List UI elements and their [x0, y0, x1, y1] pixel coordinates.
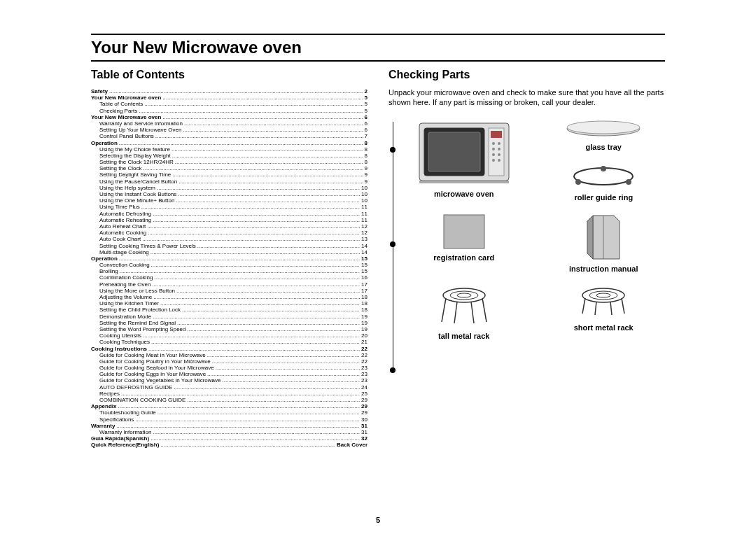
toc-entry-title: Setting Cooking Times & Power Levels — [99, 243, 196, 249]
toc-leader-dots — [153, 314, 360, 320]
toc-entry-title: Setting the Word Prompting Speed — [99, 326, 186, 332]
svg-rect-2 — [428, 132, 480, 171]
toc-entry: Troubleshooting Guide 29 — [91, 409, 368, 416]
toc-leader-dots — [147, 223, 360, 230]
parts-guide-line — [388, 119, 402, 340]
toc-entry-title: Selecting the Display Weight — [99, 153, 171, 159]
toc-entry: Setting the Word Prompting Speed 19 — [91, 326, 368, 332]
toc-entry: AUTO DEFROSTING GUIDE 24 — [91, 384, 368, 391]
page-number: 5 — [376, 516, 380, 524]
toc-entry-title: Recipes — [99, 391, 120, 397]
toc-entry-page: 15 — [361, 268, 368, 274]
toc-entry-title: Demonstration Mode — [99, 314, 151, 320]
toc-leader-dots — [207, 352, 360, 358]
toc-leader-dots — [175, 159, 363, 165]
toc-entry-title: Quick Reference(English) — [91, 442, 159, 448]
toc-entry-page: 32 — [361, 435, 368, 442]
svg-point-24 — [443, 288, 485, 302]
svg-point-7 — [492, 148, 495, 150]
toc-leader-dots — [150, 435, 360, 442]
toc-entry-page: 29 — [361, 409, 368, 416]
part-microwave-oven: microwave oven — [402, 119, 526, 202]
toc-leader-dots — [152, 281, 360, 288]
toc-entry-page: 30 — [361, 416, 368, 423]
toc-entry: Convection Cooking 15 — [91, 262, 368, 268]
toc-entry-page: 18 — [361, 294, 368, 300]
toc-leader-dots — [118, 403, 360, 409]
toc-entry: Guide for Cooking Eggs in Your Microwave… — [91, 371, 368, 377]
toc-entry: Preheating the Oven 17 — [91, 281, 368, 288]
toc-entry: Selecting the Display Weight 8 — [91, 153, 368, 159]
toc-entry: Setting Daylight Saving Time 9 — [91, 171, 368, 178]
svg-line-36 — [595, 302, 596, 315]
toc-entry-title: Setting the Child Protection Lock — [99, 307, 181, 313]
toc-entry-page: 22 — [361, 352, 368, 358]
toc-leader-dots — [157, 185, 360, 191]
toc-leader-dots — [135, 416, 360, 423]
toc-entry-title: Setting the Clock — [99, 165, 141, 171]
toc-entry: Operation 15 — [91, 255, 368, 262]
toc-leader-dots — [119, 255, 360, 262]
toc-entry-title: Multi-stage Cooking — [99, 249, 149, 255]
toc-leader-dots — [116, 423, 360, 429]
toc-entry-page: 23 — [361, 371, 368, 377]
toc-entry-page: 11 — [361, 211, 368, 217]
toc-entry-title: Appendix — [91, 403, 116, 409]
toc-entry-title: Broiling — [99, 268, 118, 274]
toc-entry-page: 11 — [361, 217, 368, 223]
toc-leader-dots — [178, 191, 360, 197]
toc-leader-dots — [153, 217, 360, 223]
toc-entry-page: 2 — [365, 88, 368, 94]
toc-entry-page: 6 — [365, 114, 368, 120]
toc-entry-page: 6 — [365, 120, 368, 127]
parts-area: microwave oven glass tray — [388, 119, 665, 340]
toc-leader-dots — [187, 397, 360, 403]
toc-entry-page: 16 — [361, 274, 368, 281]
svg-point-33 — [596, 293, 610, 297]
toc-entry-page: 14 — [361, 243, 368, 249]
svg-point-25 — [450, 291, 478, 300]
left-column: Table of Contents Safety 2Your New Micro… — [91, 69, 368, 449]
toc-leader-dots — [207, 371, 360, 377]
toc-leader-dots — [119, 140, 363, 146]
toc-entry: Adjusting the Volume 18 — [91, 294, 368, 300]
toc-entry: Setting the Remind End Signal 19 — [91, 320, 368, 326]
toc-entry-page: 31 — [361, 423, 368, 429]
svg-line-35 — [622, 298, 624, 314]
toc-entry: Cooking Utensils 20 — [91, 332, 368, 339]
toc-entry-title: Guide for Cooking Meat in Your Microwave — [99, 352, 206, 358]
svg-point-17 — [575, 179, 581, 185]
toc-entry-page: 14 — [361, 249, 368, 255]
toc-leader-dots — [172, 153, 363, 159]
toc-leader-dots — [144, 101, 363, 107]
toc-entry-title: Warranty and Service Information — [99, 120, 183, 127]
toc-entry-title: Using the Pause/Cancel Button — [99, 178, 177, 185]
toc-entry-page: 21 — [361, 339, 368, 345]
microwave-icon — [419, 122, 510, 185]
toc-leader-dots — [197, 243, 360, 249]
toc-entry-title: Setting Daylight Saving Time — [99, 171, 171, 178]
toc-entry-title: Checking Parts — [99, 108, 137, 114]
toc-entry: COMBINATION COOKING GUIDE 29 — [91, 397, 368, 403]
right-column: Checking Parts Unpack your microwave ove… — [388, 69, 665, 449]
svg-marker-22 — [587, 216, 593, 259]
toc-leader-dots — [143, 165, 363, 171]
toc-entry-page: 25 — [361, 391, 368, 397]
toc-entry-page: 22 — [361, 346, 368, 352]
toc-leader-dots — [158, 409, 360, 416]
svg-point-32 — [589, 291, 617, 300]
toc-entry-title: Guide for Cooking Eggs in Your Microwave — [99, 371, 206, 377]
toc-entry-page: 5 — [365, 101, 368, 107]
toc-entry-title: Automatic Reheating — [99, 217, 151, 223]
short-rack-icon — [575, 286, 631, 319]
svg-point-9 — [492, 153, 495, 156]
toc-entry-title: Guide for Cooking Poultry in Your Microw… — [99, 358, 211, 365]
toc-leader-dots — [155, 133, 363, 139]
toc-entry-title: Adjusting the Volume — [99, 294, 152, 300]
svg-rect-13 — [419, 181, 509, 183]
part-label: glass tray — [586, 143, 622, 151]
toc-entry-page: 29 — [361, 403, 368, 409]
toc-entry-page: 19 — [361, 314, 368, 320]
toc-leader-dots — [109, 88, 363, 94]
toc-entry-page: 19 — [361, 326, 368, 332]
